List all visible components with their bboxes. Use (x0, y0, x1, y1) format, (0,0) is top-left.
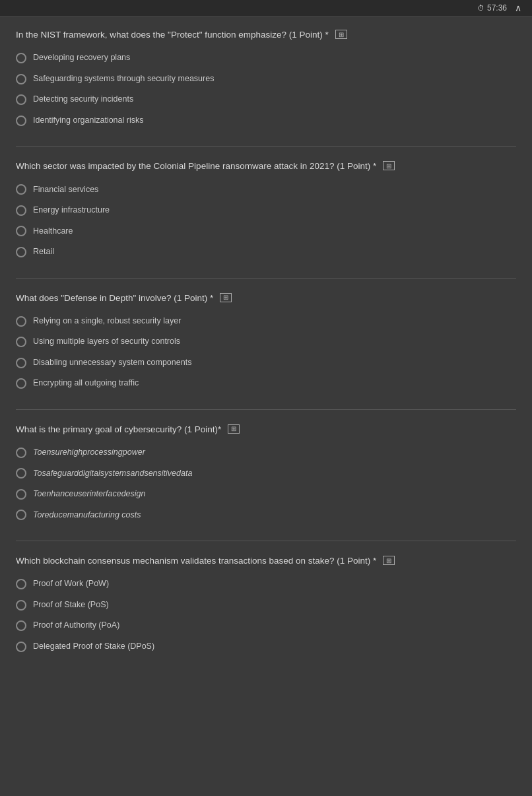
question-2-option-c[interactable]: Healthcare (16, 224, 516, 239)
question-1-option-b[interactable]: Safeguarding systems through security me… (16, 72, 516, 86)
question-5: Which blockchain consensus mechanism val… (16, 554, 516, 653)
question-3-option-a[interactable]: Relying on a single, robust security lay… (16, 314, 516, 329)
timer-value: 57:36 (487, 3, 507, 13)
question-1: In the NIST framework, what does the "Pr… (16, 28, 516, 127)
option-label-q3d: Encrypting all outgoing traffic (33, 378, 139, 389)
timer-display: ⏱ 57:36 (477, 3, 507, 13)
question-3-option-b[interactable]: Using multiple layers of security contro… (16, 335, 516, 349)
radio-q2b[interactable] (16, 205, 26, 216)
option-label-q5d: Delegated Proof of Stake (DPoS) (33, 641, 154, 653)
radio-q4b[interactable] (16, 468, 26, 479)
question-1-option-d[interactable]: Identifying organizational risks (16, 114, 516, 128)
radio-q1c[interactable] (16, 94, 26, 105)
option-label-q2c: Healthcare (33, 226, 73, 238)
question-2: Which sector was impacted by the Colonia… (16, 160, 516, 259)
question-5-option-c[interactable]: Proof of Authority (PoA) (16, 618, 516, 633)
radio-q5a[interactable] (16, 579, 26, 589)
radio-q1b[interactable] (16, 74, 26, 84)
option-label-q1d: Identifying organizational risks (33, 115, 143, 127)
radio-q4a[interactable] (16, 448, 26, 458)
option-label-q4c: Toenhanceuserinterfacedesign (33, 488, 146, 500)
option-label-q5a: Proof of Work (PoW) (33, 578, 109, 590)
option-label-q5c: Proof of Authority (PoA) (33, 620, 119, 632)
question-4-text: What is the primary goal of cybersecurit… (16, 423, 516, 436)
option-label-q3a: Relying on a single, robust security lay… (33, 315, 181, 327)
question-5-option-a[interactable]: Proof of Work (PoW) (16, 577, 516, 591)
radio-q3c[interactable] (16, 358, 26, 368)
radio-q4c[interactable] (16, 489, 26, 500)
option-label-q2d: Retail (33, 246, 54, 258)
question-4-badge: ⊞ (228, 424, 240, 434)
question-4-option-c[interactable]: Toenhanceuserinterfacedesign (16, 487, 516, 502)
question-2-badge: ⊞ (383, 161, 395, 170)
separator-4 (16, 541, 516, 541)
question-3-text: What does "Defense in Depth" involve? (1… (16, 292, 516, 305)
option-label-q4a: Toensurehighprocessingpower (33, 447, 145, 459)
question-3: What does "Defense in Depth" involve? (1… (16, 292, 516, 391)
question-4-option-a[interactable]: Toensurehighprocessingpower (16, 446, 516, 460)
separator-2 (16, 278, 516, 279)
quiz-content: In the NIST framework, what does the "Pr… (0, 17, 532, 796)
option-label-q4b: Tosafeguarddigitalsystemsandsensitivedat… (33, 468, 192, 480)
option-label-q4d: Toreducemanufacturing costs (33, 510, 141, 521)
question-4: What is the primary goal of cybersecurit… (16, 423, 516, 522)
question-2-option-b[interactable]: Energy infrastructure (16, 203, 516, 218)
question-5-text: Which blockchain consensus mechanism val… (16, 554, 516, 568)
option-label-q3c: Disabling unnecessary system components (33, 357, 191, 369)
separator-3 (16, 409, 516, 410)
question-1-badge: ⊞ (335, 30, 347, 39)
radio-q3d[interactable] (16, 378, 26, 389)
radio-q2c[interactable] (16, 226, 26, 236)
question-2-option-d[interactable]: Retail (16, 245, 516, 259)
timer-bar: ⏱ 57:36 ∧ (0, 0, 532, 17)
radio-q2a[interactable] (16, 184, 26, 195)
option-label-q5b: Proof of Stake (PoS) (33, 599, 109, 611)
timer-icon: ⏱ (477, 4, 484, 12)
option-label-q2a: Financial services (33, 184, 98, 196)
option-label-q3b: Using multiple layers of security contro… (33, 336, 180, 348)
question-4-option-d[interactable]: Toreducemanufacturing costs (16, 508, 516, 523)
question-1-option-a[interactable]: Developing recovery plans (16, 51, 516, 65)
option-label-q1c: Detecting security incidents (33, 94, 133, 106)
question-1-option-c[interactable]: Detecting security incidents (16, 92, 516, 107)
question-3-option-c[interactable]: Disabling unnecessary system components (16, 356, 516, 370)
radio-q4d[interactable] (16, 510, 26, 520)
question-5-option-d[interactable]: Delegated Proof of Stake (DPoS) (16, 640, 516, 654)
question-1-text: In the NIST framework, what does the "Pr… (16, 28, 516, 42)
question-3-badge: ⊞ (220, 293, 232, 302)
radio-q2d[interactable] (16, 247, 26, 257)
question-5-badge: ⊞ (383, 556, 395, 565)
question-4-option-b[interactable]: Tosafeguarddigitalsystemsandsensitivedat… (16, 467, 516, 481)
question-3-option-d[interactable]: Encrypting all outgoing traffic (16, 376, 516, 391)
question-5-option-b[interactable]: Proof of Stake (PoS) (16, 598, 516, 613)
radio-q5c[interactable] (16, 620, 26, 631)
question-2-text: Which sector was impacted by the Colonia… (16, 160, 516, 173)
option-label-q2b: Energy infrastructure (33, 205, 110, 216)
separator-1 (16, 146, 516, 147)
close-button[interactable]: ∧ (515, 3, 521, 13)
radio-q5b[interactable] (16, 600, 26, 611)
radio-q5d[interactable] (16, 642, 26, 652)
radio-q1d[interactable] (16, 116, 26, 126)
radio-q3a[interactable] (16, 316, 26, 327)
question-2-option-a[interactable]: Financial services (16, 183, 516, 197)
radio-q1a[interactable] (16, 53, 26, 63)
option-label-q1b: Safeguarding systems through security me… (33, 73, 214, 85)
option-label-q1a: Developing recovery plans (33, 52, 130, 64)
radio-q3b[interactable] (16, 337, 26, 347)
